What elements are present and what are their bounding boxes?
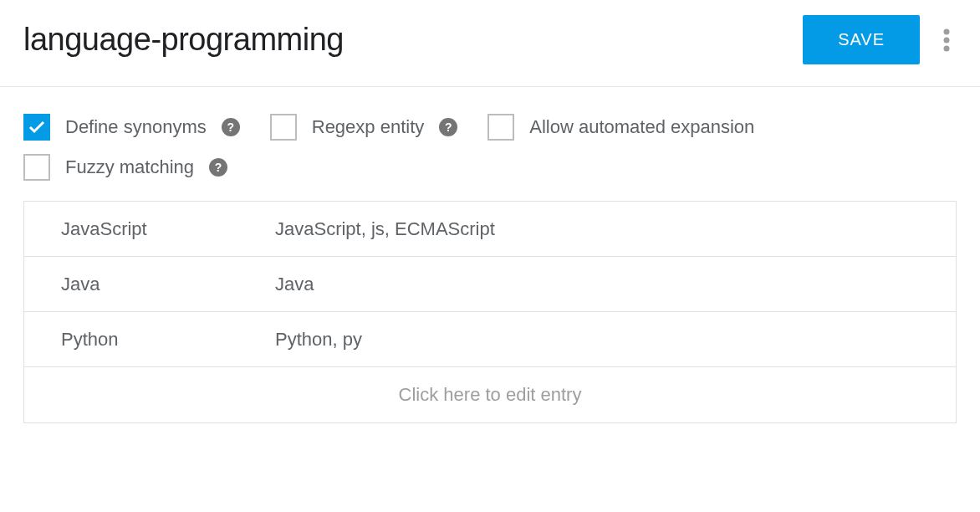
help-icon[interactable]: ? — [222, 118, 240, 136]
entries-section: JavaScript JavaScript, js, ECMAScript Ja… — [0, 201, 980, 423]
more-menu-button[interactable] — [937, 20, 957, 60]
help-icon[interactable]: ? — [439, 118, 457, 136]
add-entry-row[interactable]: Click here to edit entry — [24, 367, 956, 422]
entry-name: Python — [24, 314, 275, 366]
option-label: Regexp entity — [312, 116, 425, 138]
options-row: Define synonyms ? Regexp entity ? Allow … — [23, 114, 957, 181]
option-automated-expansion: Allow automated expansion — [487, 114, 754, 141]
entity-options: Define synonyms ? Regexp entity ? Allow … — [0, 87, 980, 201]
header-actions: SAVE — [803, 15, 957, 64]
table-row[interactable]: JavaScript JavaScript, js, ECMAScript — [24, 202, 956, 257]
entry-name: Java — [24, 259, 275, 310]
entry-synonyms: Java — [275, 259, 329, 310]
entry-synonyms: JavaScript, js, ECMAScript — [275, 203, 510, 255]
option-label: Fuzzy matching — [65, 156, 194, 178]
checkbox-define-synonyms[interactable] — [23, 114, 50, 141]
svg-point-1 — [944, 37, 950, 43]
save-button[interactable]: SAVE — [803, 15, 920, 64]
check-icon — [28, 120, 45, 134]
entry-synonyms: Python, py — [275, 314, 377, 366]
entry-name: JavaScript — [24, 203, 275, 255]
checkbox-fuzzy-matching[interactable] — [23, 154, 50, 181]
help-icon[interactable]: ? — [209, 158, 227, 177]
page-header: language-programming SAVE — [0, 0, 980, 87]
more-vert-icon — [943, 27, 950, 54]
option-fuzzy-matching: Fuzzy matching ? — [23, 154, 227, 181]
option-label: Allow automated expansion — [529, 116, 754, 138]
checkbox-automated-expansion[interactable] — [487, 114, 514, 141]
option-regexp-entity: Regexp entity ? — [270, 114, 458, 141]
option-define-synonyms: Define synonyms ? — [23, 114, 240, 141]
checkbox-regexp-entity[interactable] — [270, 114, 297, 141]
svg-point-2 — [944, 45, 950, 51]
option-label: Define synonyms — [65, 116, 207, 138]
page-title: language-programming — [23, 22, 344, 58]
svg-point-0 — [944, 28, 950, 34]
table-row[interactable]: Python Python, py — [24, 312, 956, 367]
table-row[interactable]: Java Java — [24, 257, 956, 312]
entity-table: JavaScript JavaScript, js, ECMAScript Ja… — [23, 201, 957, 423]
